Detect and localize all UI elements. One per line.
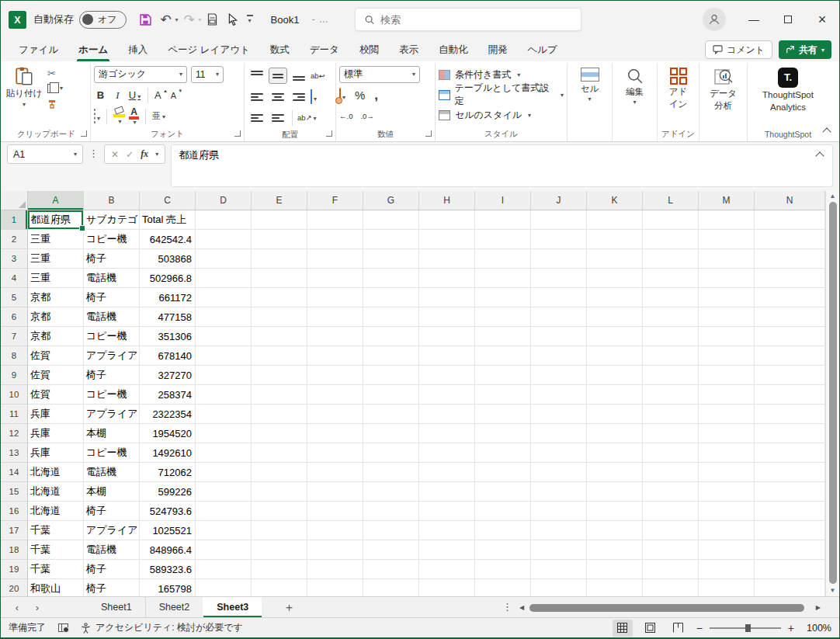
cell-L3[interactable]: [643, 249, 699, 269]
cell-B10[interactable]: コピー機: [84, 385, 140, 405]
cell-L5[interactable]: [643, 288, 699, 307]
cell-A9[interactable]: 佐賀: [28, 366, 84, 385]
cell-D7[interactable]: [196, 327, 252, 346]
cell-K8[interactable]: [587, 346, 643, 366]
cell-H11[interactable]: [419, 405, 475, 424]
cell-D8[interactable]: [196, 346, 252, 366]
cell-J10[interactable]: [531, 385, 587, 405]
cell-E16[interactable]: [252, 502, 307, 521]
row-header-9[interactable]: 9: [1, 366, 28, 385]
cell-K4[interactable]: [587, 269, 643, 288]
tab-page-layout[interactable]: ページ レイアウト: [158, 38, 260, 61]
cell-L16[interactable]: [643, 502, 699, 521]
tab-formulas[interactable]: 数式: [260, 38, 300, 61]
cell-K17[interactable]: [587, 521, 643, 540]
column-header-C[interactable]: C: [140, 191, 196, 210]
cell-D20[interactable]: [196, 579, 252, 596]
cell-L14[interactable]: [643, 463, 699, 482]
horizontal-scroll-thumb[interactable]: [529, 604, 804, 612]
cell-L15[interactable]: [643, 482, 699, 502]
cell-D9[interactable]: [196, 366, 252, 385]
cell-G19[interactable]: [363, 560, 419, 579]
cell-A8[interactable]: 佐賀: [28, 346, 84, 366]
cell-I20[interactable]: [475, 579, 531, 596]
cell-F7[interactable]: [307, 327, 363, 346]
cell-G4[interactable]: [363, 269, 419, 288]
formula-input[interactable]: 都道府県: [171, 144, 833, 187]
sheet-tab-sheet3[interactable]: Sheet3: [203, 597, 262, 617]
cell-I11[interactable]: [475, 405, 531, 424]
cell-M18[interactable]: [699, 540, 755, 560]
font-color-button[interactable]: A: [129, 107, 139, 126]
zoom-in-button[interactable]: +: [788, 622, 794, 634]
cell-J5[interactable]: [531, 288, 587, 307]
collapse-formula-bar-icon[interactable]: [815, 151, 824, 160]
number-format-select[interactable]: 標準▾: [339, 66, 420, 83]
cell-G10[interactable]: [363, 385, 419, 405]
cell-A15[interactable]: 北海道: [28, 482, 84, 502]
cell-E14[interactable]: [252, 463, 307, 482]
cell-L13[interactable]: [643, 443, 699, 463]
column-header-I[interactable]: I: [475, 191, 531, 210]
cell-N1[interactable]: [755, 210, 825, 230]
customize-qat-dropdown[interactable]: ▾: [247, 15, 253, 24]
cell-I4[interactable]: [475, 269, 531, 288]
cell-E5[interactable]: [252, 288, 307, 307]
row-header-2[interactable]: 2: [1, 230, 28, 249]
cell-I3[interactable]: [475, 249, 531, 269]
cell-G7[interactable]: [363, 327, 419, 346]
cell-F5[interactable]: [307, 288, 363, 307]
cell-E9[interactable]: [252, 366, 307, 385]
cell-D16[interactable]: [196, 502, 252, 521]
cell-E8[interactable]: [252, 346, 307, 366]
cell-H9[interactable]: [419, 366, 475, 385]
cell-N9[interactable]: [755, 366, 825, 385]
account-avatar[interactable]: [703, 8, 726, 31]
cell-C3[interactable]: 503868: [140, 249, 196, 269]
cell-C1[interactable]: Total 売上: [140, 210, 196, 230]
scroll-up-icon[interactable]: ▲: [830, 193, 836, 200]
cell-G6[interactable]: [363, 307, 419, 327]
cell-F14[interactable]: [307, 463, 363, 482]
cell-F13[interactable]: [307, 443, 363, 463]
accounting-format-button[interactable]: [339, 89, 345, 102]
cell-J9[interactable]: [531, 366, 587, 385]
cell-C5[interactable]: 661172: [140, 288, 196, 307]
cell-A3[interactable]: 三重: [28, 249, 84, 269]
cell-M6[interactable]: [699, 307, 755, 327]
vertical-scroll-thumb[interactable]: [829, 202, 837, 584]
cell-H3[interactable]: [419, 249, 475, 269]
column-header-L[interactable]: L: [643, 191, 699, 210]
cell-G8[interactable]: [363, 346, 419, 366]
cell-A6[interactable]: 京都: [28, 307, 84, 327]
cell-H13[interactable]: [419, 443, 475, 463]
cell-G15[interactable]: [363, 482, 419, 502]
row-header-19[interactable]: 19: [1, 560, 28, 579]
select-cursor-button[interactable]: [224, 9, 242, 30]
cell-E17[interactable]: [252, 521, 307, 540]
accessibility-status[interactable]: アクセシビリティ: 検討が必要です: [81, 621, 243, 634]
tab-insert[interactable]: 挿入: [118, 38, 158, 61]
column-header-G[interactable]: G: [363, 191, 419, 210]
middle-align-button[interactable]: [269, 68, 287, 84]
cell-J7[interactable]: [531, 327, 587, 346]
cell-I5[interactable]: [475, 288, 531, 307]
cell-K1[interactable]: [587, 210, 643, 230]
cell-A2[interactable]: 三重: [28, 230, 84, 249]
cell-K15[interactable]: [587, 482, 643, 502]
cell-B20[interactable]: 椅子: [84, 579, 140, 596]
cell-C12[interactable]: 1954520: [140, 424, 196, 443]
decrease-decimal-button[interactable]: .0→: [360, 112, 373, 120]
cell-G13[interactable]: [363, 443, 419, 463]
cell-E15[interactable]: [252, 482, 307, 502]
cell-G5[interactable]: [363, 288, 419, 307]
cell-G12[interactable]: [363, 424, 419, 443]
scroll-left-icon[interactable]: ◀: [519, 605, 524, 611]
cell-D2[interactable]: [196, 230, 252, 249]
cell-E2[interactable]: [252, 230, 307, 249]
cell-M20[interactable]: [699, 579, 755, 596]
cell-L20[interactable]: [643, 579, 699, 596]
cell-G17[interactable]: [363, 521, 419, 540]
cell-N7[interactable]: [755, 327, 825, 346]
cell-F6[interactable]: [307, 307, 363, 327]
